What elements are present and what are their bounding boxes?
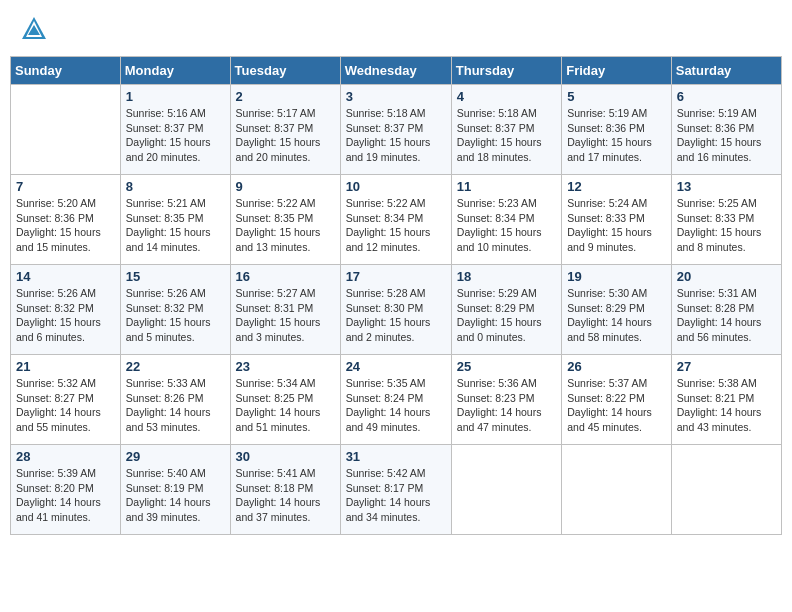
day-number: 21	[16, 359, 115, 374]
day-number: 27	[677, 359, 776, 374]
day-number: 28	[16, 449, 115, 464]
day-number: 23	[236, 359, 335, 374]
calendar-cell	[562, 445, 672, 535]
day-info: Sunrise: 5:41 AM Sunset: 8:18 PM Dayligh…	[236, 466, 335, 525]
calendar-cell: 13Sunrise: 5:25 AM Sunset: 8:33 PM Dayli…	[671, 175, 781, 265]
calendar-cell: 22Sunrise: 5:33 AM Sunset: 8:26 PM Dayli…	[120, 355, 230, 445]
day-number: 3	[346, 89, 446, 104]
day-info: Sunrise: 5:23 AM Sunset: 8:34 PM Dayligh…	[457, 196, 556, 255]
day-info: Sunrise: 5:36 AM Sunset: 8:23 PM Dayligh…	[457, 376, 556, 435]
weekday-header: Thursday	[451, 57, 561, 85]
calendar-cell: 25Sunrise: 5:36 AM Sunset: 8:23 PM Dayli…	[451, 355, 561, 445]
calendar-cell: 3Sunrise: 5:18 AM Sunset: 8:37 PM Daylig…	[340, 85, 451, 175]
day-info: Sunrise: 5:19 AM Sunset: 8:36 PM Dayligh…	[567, 106, 666, 165]
calendar-cell: 31Sunrise: 5:42 AM Sunset: 8:17 PM Dayli…	[340, 445, 451, 535]
day-number: 10	[346, 179, 446, 194]
day-info: Sunrise: 5:30 AM Sunset: 8:29 PM Dayligh…	[567, 286, 666, 345]
calendar-cell: 19Sunrise: 5:30 AM Sunset: 8:29 PM Dayli…	[562, 265, 672, 355]
day-number: 25	[457, 359, 556, 374]
day-number: 1	[126, 89, 225, 104]
day-number: 15	[126, 269, 225, 284]
calendar-cell: 28Sunrise: 5:39 AM Sunset: 8:20 PM Dayli…	[11, 445, 121, 535]
calendar-cell: 11Sunrise: 5:23 AM Sunset: 8:34 PM Dayli…	[451, 175, 561, 265]
day-info: Sunrise: 5:22 AM Sunset: 8:35 PM Dayligh…	[236, 196, 335, 255]
day-number: 18	[457, 269, 556, 284]
calendar-cell	[451, 445, 561, 535]
day-info: Sunrise: 5:25 AM Sunset: 8:33 PM Dayligh…	[677, 196, 776, 255]
calendar-cell: 8Sunrise: 5:21 AM Sunset: 8:35 PM Daylig…	[120, 175, 230, 265]
weekday-header: Wednesday	[340, 57, 451, 85]
calendar-cell: 18Sunrise: 5:29 AM Sunset: 8:29 PM Dayli…	[451, 265, 561, 355]
day-number: 16	[236, 269, 335, 284]
day-number: 7	[16, 179, 115, 194]
day-info: Sunrise: 5:16 AM Sunset: 8:37 PM Dayligh…	[126, 106, 225, 165]
day-info: Sunrise: 5:34 AM Sunset: 8:25 PM Dayligh…	[236, 376, 335, 435]
day-info: Sunrise: 5:18 AM Sunset: 8:37 PM Dayligh…	[346, 106, 446, 165]
day-info: Sunrise: 5:32 AM Sunset: 8:27 PM Dayligh…	[16, 376, 115, 435]
day-info: Sunrise: 5:38 AM Sunset: 8:21 PM Dayligh…	[677, 376, 776, 435]
day-info: Sunrise: 5:40 AM Sunset: 8:19 PM Dayligh…	[126, 466, 225, 525]
day-info: Sunrise: 5:26 AM Sunset: 8:32 PM Dayligh…	[16, 286, 115, 345]
calendar-cell: 7Sunrise: 5:20 AM Sunset: 8:36 PM Daylig…	[11, 175, 121, 265]
day-info: Sunrise: 5:39 AM Sunset: 8:20 PM Dayligh…	[16, 466, 115, 525]
day-number: 26	[567, 359, 666, 374]
logo	[20, 15, 52, 43]
day-number: 22	[126, 359, 225, 374]
calendar-week-row: 14Sunrise: 5:26 AM Sunset: 8:32 PM Dayli…	[11, 265, 782, 355]
day-info: Sunrise: 5:27 AM Sunset: 8:31 PM Dayligh…	[236, 286, 335, 345]
day-info: Sunrise: 5:31 AM Sunset: 8:28 PM Dayligh…	[677, 286, 776, 345]
day-number: 4	[457, 89, 556, 104]
weekday-header: Friday	[562, 57, 672, 85]
calendar-cell: 20Sunrise: 5:31 AM Sunset: 8:28 PM Dayli…	[671, 265, 781, 355]
day-number: 13	[677, 179, 776, 194]
day-number: 30	[236, 449, 335, 464]
day-info: Sunrise: 5:28 AM Sunset: 8:30 PM Dayligh…	[346, 286, 446, 345]
day-info: Sunrise: 5:42 AM Sunset: 8:17 PM Dayligh…	[346, 466, 446, 525]
calendar-cell: 30Sunrise: 5:41 AM Sunset: 8:18 PM Dayli…	[230, 445, 340, 535]
day-number: 8	[126, 179, 225, 194]
calendar-cell: 27Sunrise: 5:38 AM Sunset: 8:21 PM Dayli…	[671, 355, 781, 445]
day-info: Sunrise: 5:33 AM Sunset: 8:26 PM Dayligh…	[126, 376, 225, 435]
day-info: Sunrise: 5:24 AM Sunset: 8:33 PM Dayligh…	[567, 196, 666, 255]
day-number: 19	[567, 269, 666, 284]
day-info: Sunrise: 5:18 AM Sunset: 8:37 PM Dayligh…	[457, 106, 556, 165]
logo-icon	[20, 15, 48, 43]
calendar-week-row: 21Sunrise: 5:32 AM Sunset: 8:27 PM Dayli…	[11, 355, 782, 445]
day-number: 12	[567, 179, 666, 194]
weekday-header: Monday	[120, 57, 230, 85]
calendar-cell: 1Sunrise: 5:16 AM Sunset: 8:37 PM Daylig…	[120, 85, 230, 175]
day-info: Sunrise: 5:35 AM Sunset: 8:24 PM Dayligh…	[346, 376, 446, 435]
day-info: Sunrise: 5:26 AM Sunset: 8:32 PM Dayligh…	[126, 286, 225, 345]
day-info: Sunrise: 5:17 AM Sunset: 8:37 PM Dayligh…	[236, 106, 335, 165]
calendar-cell: 2Sunrise: 5:17 AM Sunset: 8:37 PM Daylig…	[230, 85, 340, 175]
day-number: 29	[126, 449, 225, 464]
day-number: 31	[346, 449, 446, 464]
day-info: Sunrise: 5:22 AM Sunset: 8:34 PM Dayligh…	[346, 196, 446, 255]
day-number: 20	[677, 269, 776, 284]
calendar-cell: 21Sunrise: 5:32 AM Sunset: 8:27 PM Dayli…	[11, 355, 121, 445]
day-info: Sunrise: 5:29 AM Sunset: 8:29 PM Dayligh…	[457, 286, 556, 345]
day-number: 24	[346, 359, 446, 374]
calendar-cell: 4Sunrise: 5:18 AM Sunset: 8:37 PM Daylig…	[451, 85, 561, 175]
calendar-week-row: 28Sunrise: 5:39 AM Sunset: 8:20 PM Dayli…	[11, 445, 782, 535]
day-number: 5	[567, 89, 666, 104]
page-header	[10, 10, 782, 48]
calendar-cell: 24Sunrise: 5:35 AM Sunset: 8:24 PM Dayli…	[340, 355, 451, 445]
day-info: Sunrise: 5:21 AM Sunset: 8:35 PM Dayligh…	[126, 196, 225, 255]
weekday-header: Saturday	[671, 57, 781, 85]
calendar-cell: 10Sunrise: 5:22 AM Sunset: 8:34 PM Dayli…	[340, 175, 451, 265]
calendar-cell: 29Sunrise: 5:40 AM Sunset: 8:19 PM Dayli…	[120, 445, 230, 535]
calendar-cell	[11, 85, 121, 175]
day-info: Sunrise: 5:37 AM Sunset: 8:22 PM Dayligh…	[567, 376, 666, 435]
day-info: Sunrise: 5:19 AM Sunset: 8:36 PM Dayligh…	[677, 106, 776, 165]
calendar-cell: 9Sunrise: 5:22 AM Sunset: 8:35 PM Daylig…	[230, 175, 340, 265]
calendar-cell	[671, 445, 781, 535]
calendar-week-row: 1Sunrise: 5:16 AM Sunset: 8:37 PM Daylig…	[11, 85, 782, 175]
calendar-cell: 17Sunrise: 5:28 AM Sunset: 8:30 PM Dayli…	[340, 265, 451, 355]
calendar-cell: 15Sunrise: 5:26 AM Sunset: 8:32 PM Dayli…	[120, 265, 230, 355]
weekday-header-row: SundayMondayTuesdayWednesdayThursdayFrid…	[11, 57, 782, 85]
weekday-header: Sunday	[11, 57, 121, 85]
calendar-table: SundayMondayTuesdayWednesdayThursdayFrid…	[10, 56, 782, 535]
day-number: 17	[346, 269, 446, 284]
day-number: 6	[677, 89, 776, 104]
